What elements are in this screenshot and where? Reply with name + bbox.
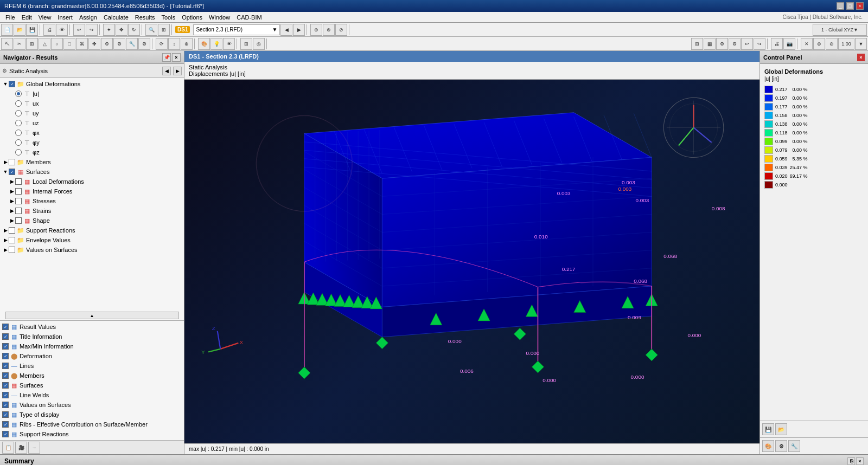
tree-internal-forces[interactable]: ▶ ▦ Internal Forces <box>0 186 184 196</box>
tb2-4[interactable]: △ <box>39 38 50 50</box>
nav-support-reactions-bottom[interactable]: ✓ ▦ Support Reactions <box>0 429 184 439</box>
tb-print[interactable]: 🖨 <box>43 24 55 36</box>
check-envelope-values[interactable] <box>9 237 15 243</box>
nav-prev[interactable]: ◀ <box>162 67 171 75</box>
tb2-light[interactable]: 💡 <box>210 38 222 50</box>
tb-fit[interactable]: ⊞ <box>158 24 170 36</box>
check-internal-forces[interactable] <box>15 188 22 195</box>
check-global-deformations[interactable]: ✓ <box>9 81 15 87</box>
viewport-canvas[interactable]: 0.003 0.008 0.003 0.003 0.003 0.217 0.01… <box>184 80 760 443</box>
cp-color-3[interactable]: 🔧 <box>788 440 800 452</box>
tb-view[interactable]: 👁 <box>56 24 68 36</box>
tb2-15[interactable]: ⊕ <box>181 38 193 50</box>
tree-global-deformations[interactable]: ▼ ✓ 📁 Global Deformations <box>0 79 184 89</box>
tb2-r5[interactable]: ↩ <box>741 38 753 50</box>
tb-undo[interactable]: ↩ <box>73 24 85 36</box>
radio-uy[interactable] <box>15 110 22 117</box>
cp-color-2[interactable]: ⚙ <box>775 440 787 452</box>
tb2-r11[interactable]: ⊘ <box>826 38 838 50</box>
check-strains[interactable] <box>15 208 22 214</box>
cp-icon-load[interactable]: 📂 <box>775 423 787 435</box>
menu-assign[interactable]: Assign <box>76 13 100 22</box>
radio-uz[interactable] <box>15 120 22 126</box>
nav-maxmin[interactable]: ✓ ▦ Max/Min Information <box>0 341 184 351</box>
tree-members[interactable]: ▶ 📁 Members <box>0 157 184 167</box>
radio-u-abs[interactable] <box>15 91 22 97</box>
check-values-on-surfaces[interactable] <box>9 247 15 253</box>
prev-section[interactable]: ◀ <box>280 24 292 36</box>
tb-open[interactable]: 📂 <box>14 24 25 36</box>
tree-u-abs[interactable]: ⊤ |u| <box>0 89 184 99</box>
tb-results-1[interactable]: ⊕ <box>310 24 322 36</box>
tree-shape[interactable]: ▶ ▦ Shape <box>0 216 184 225</box>
check-type-of-display[interactable]: ✓ <box>2 411 9 418</box>
scroll-up-btn[interactable]: ▲ <box>5 312 179 319</box>
tree-uz[interactable]: ⊤ uz <box>0 118 184 128</box>
menu-view[interactable]: View <box>35 13 55 22</box>
nav-line-welds[interactable]: ✓ — Line Welds <box>0 390 184 400</box>
tb-rotate[interactable]: ↻ <box>128 24 140 36</box>
check-maxmin[interactable]: ✓ <box>2 343 9 350</box>
nav-values-on-surfaces-bottom[interactable]: ✓ ▦ Values on Surfaces <box>0 400 184 410</box>
tree-phi-z[interactable]: ⊤ φz <box>0 147 184 157</box>
tb2-5[interactable]: ○ <box>51 38 63 50</box>
check-title-info[interactable]: ✓ <box>2 333 9 340</box>
expand-global-deformations[interactable]: ▼ <box>2 81 9 87</box>
tb2-3[interactable]: ⊞ <box>26 38 38 50</box>
nav-pin[interactable]: 📌 <box>162 53 171 62</box>
check-support-reactions[interactable] <box>9 227 15 234</box>
menu-window[interactable]: Window <box>206 13 233 22</box>
tb2-r7[interactable]: 🖨 <box>771 38 783 50</box>
check-shape[interactable] <box>15 217 22 224</box>
tree-surfaces[interactable]: ▼ ✓ ▦ Surfaces <box>0 167 184 177</box>
tb2-r2[interactable]: ▦ <box>704 38 716 50</box>
expand-members[interactable]: ▶ <box>2 159 9 165</box>
menu-cad-bim[interactable]: CAD-BIM <box>233 13 265 22</box>
section-dropdown[interactable]: Section 2.3 (LRFD) ▼ <box>193 24 280 35</box>
tb2-r3[interactable]: ⚙ <box>716 38 728 50</box>
tree-uy[interactable]: ⊤ uy <box>0 108 184 118</box>
menu-edit[interactable]: Edit <box>18 13 35 22</box>
expand-surfaces[interactable]: ▼ <box>2 169 9 175</box>
tree-values-on-surfaces[interactable]: ▶ 📁 Values on Surfaces <box>0 245 184 255</box>
minimize-button[interactable]: _ <box>837 2 844 10</box>
maximize-button[interactable]: □ <box>846 2 854 10</box>
expand-local-deformations[interactable]: ▶ <box>9 178 15 185</box>
check-deformation[interactable]: ✓ <box>2 353 9 359</box>
check-line-welds[interactable]: ✓ <box>2 392 9 398</box>
expand-shape[interactable]: ▶ <box>9 217 15 224</box>
tb2-12[interactable]: ⚙ <box>138 38 150 50</box>
check-local-deformations[interactable] <box>15 178 22 185</box>
summary-float[interactable]: ⎘ <box>847 457 855 465</box>
tb2-14[interactable]: ↕ <box>168 38 180 50</box>
tb2-2[interactable]: ✂ <box>14 38 25 50</box>
close-button[interactable]: × <box>856 2 864 10</box>
tb2-view[interactable]: 👁 <box>223 38 235 50</box>
expand-strains[interactable]: ▶ <box>9 208 15 214</box>
summary-close[interactable]: × <box>856 457 864 465</box>
check-members[interactable] <box>9 159 15 165</box>
expand-internal-forces[interactable]: ▶ <box>9 188 15 195</box>
check-surfaces-bottom[interactable]: ✓ <box>2 382 9 389</box>
expand-stresses[interactable]: ▶ <box>9 198 15 204</box>
nav-icon-3[interactable]: → <box>28 442 40 454</box>
tb2-13[interactable]: ⟳ <box>156 38 168 50</box>
menu-file[interactable]: File <box>2 13 18 22</box>
tree-envelope-values[interactable]: ▶ 📁 Envelope Values <box>0 235 184 245</box>
radio-phi-z[interactable] <box>15 149 22 156</box>
tb2-8[interactable]: ✤ <box>88 38 100 50</box>
check-ribs[interactable]: ✓ <box>2 421 9 428</box>
tb2-9[interactable]: ⚙ <box>101 38 113 50</box>
check-lines[interactable]: ✓ <box>2 363 9 369</box>
tree-support-reactions[interactable]: ▶ 📁 Support Reactions <box>0 225 184 235</box>
tb2-r8[interactable]: 📷 <box>783 38 795 50</box>
tb-axis-dropdown[interactable]: 1 - Global XYZ ▼ <box>813 24 867 36</box>
menu-tools[interactable]: Tools <box>158 13 178 22</box>
tb-results-2[interactable]: ⊗ <box>323 24 335 36</box>
control-panel-close[interactable]: × <box>857 54 865 61</box>
tb2-7[interactable]: ⌘ <box>76 38 88 50</box>
expand-envelope-values[interactable]: ▶ <box>2 237 9 243</box>
nav-result-values[interactable]: ✓ ▦ Result Values <box>0 322 184 332</box>
cp-icon-save[interactable]: 💾 <box>762 423 774 435</box>
tb2-exit[interactable]: ✕ <box>801 38 813 50</box>
